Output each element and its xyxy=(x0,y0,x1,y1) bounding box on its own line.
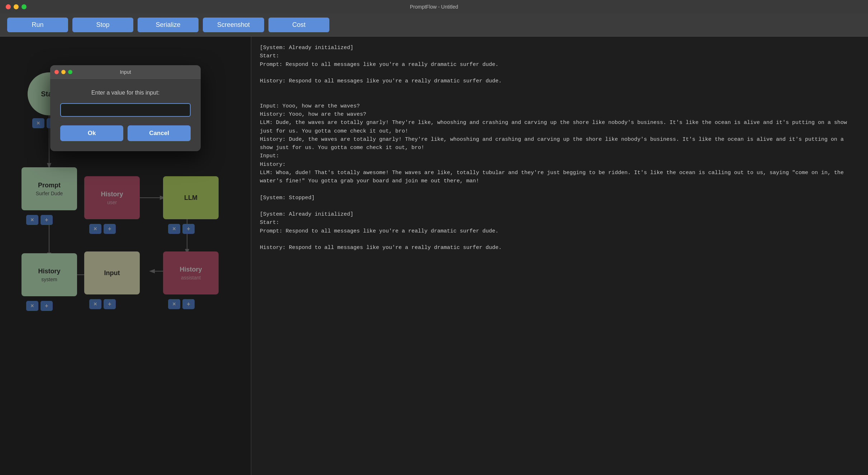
canvas-area: Start × + Prompt Surfer Dude × + History… xyxy=(0,37,251,475)
modal-body: Enter a value for this input: Ok Cancel xyxy=(50,79,201,151)
modal-ok-button[interactable]: Ok xyxy=(60,125,123,141)
modal-cancel-button[interactable]: Cancel xyxy=(128,125,191,141)
title-bar: PromptFlow - Untitled xyxy=(0,0,868,14)
close-button[interactable] xyxy=(6,4,11,9)
modal-titlebar: Input xyxy=(50,65,201,79)
modal-title: Input xyxy=(120,69,131,75)
modal-prompt-text: Enter a value for this input: xyxy=(60,90,191,96)
modal-minimize-button[interactable] xyxy=(61,70,66,74)
screenshot-button[interactable]: Screenshot xyxy=(203,18,264,32)
serialize-button[interactable]: Serialize xyxy=(138,18,199,32)
toolbar: Run Stop Serialize Screenshot Cost xyxy=(0,14,868,37)
modal-traffic-lights xyxy=(54,70,72,74)
modal-maximize-button[interactable] xyxy=(68,70,72,74)
maximize-button[interactable] xyxy=(22,4,27,9)
traffic-lights xyxy=(6,4,27,9)
minimize-button[interactable] xyxy=(14,4,19,9)
run-button[interactable]: Run xyxy=(7,18,68,32)
input-modal: Input Enter a value for this input: Ok C… xyxy=(50,65,201,151)
modal-close-button[interactable] xyxy=(54,70,59,74)
modal-input-field[interactable] xyxy=(60,103,191,117)
cost-button[interactable]: Cost xyxy=(268,18,329,32)
window-title: PromptFlow - Untitled xyxy=(410,4,458,10)
stop-button[interactable]: Stop xyxy=(72,18,133,32)
main-content: Start × + Prompt Surfer Dude × + History… xyxy=(0,37,868,475)
modal-buttons: Ok Cancel xyxy=(60,125,191,141)
log-panel: [System: Already initialized] Start: Pro… xyxy=(251,37,868,475)
modal-overlay: Input Enter a value for this input: Ok C… xyxy=(0,37,251,475)
